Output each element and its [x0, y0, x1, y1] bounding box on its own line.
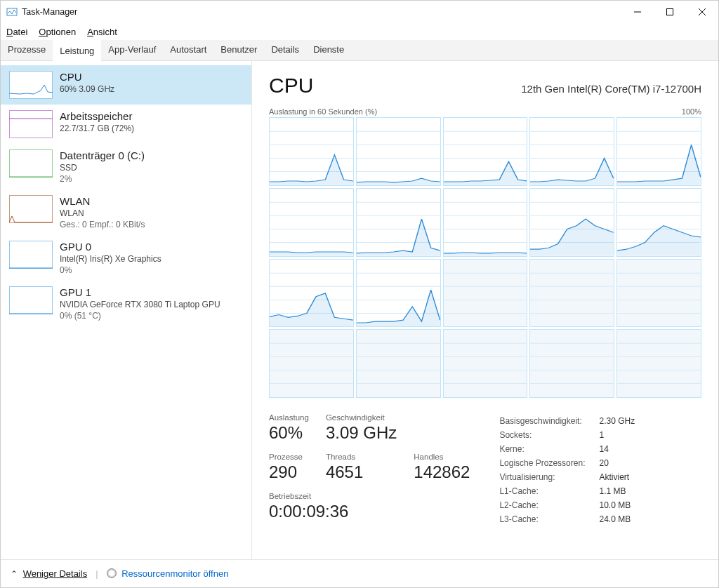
sidebar-item-title: GPU 0 [60, 241, 161, 253]
core-chart-12[interactable] [356, 259, 441, 328]
spec-row: L1-Cache:1.1 MB [499, 485, 635, 497]
cpu-core-chart-grid[interactable] [269, 117, 701, 398]
footer-bar: ⌃ Weniger Details | Ressourcenmonitor öf… [1, 559, 718, 587]
gpu1-thumb-icon [9, 286, 53, 314]
core-chart-13[interactable] [443, 259, 528, 328]
spec-row: Basisgeschwindigkeit:2.30 GHz [499, 415, 635, 427]
chart-caption-right: 100% [682, 107, 701, 116]
sidebar-item-title: GPU 1 [60, 286, 220, 298]
tab-processes[interactable]: Prozesse [1, 40, 53, 60]
core-chart-11[interactable] [269, 259, 354, 328]
tab-app-history[interactable]: App-Verlauf [101, 40, 163, 60]
svg-rect-2 [667, 8, 673, 15]
sidebar-item-title: Datenträger 0 (C:) [60, 149, 145, 161]
stat-handles: Handles142862 [414, 453, 470, 482]
core-chart-15[interactable] [616, 259, 701, 328]
core-chart-6[interactable] [269, 188, 354, 257]
gpu0-thumb-icon [9, 241, 53, 269]
performance-sidebar[interactable]: CPU60% 3.09 GHzArbeitsspeicher22.7/31.7 … [1, 61, 252, 559]
page-title: CPU [269, 74, 313, 98]
resource-monitor-icon [107, 568, 117, 578]
sidebar-item-mem[interactable]: Arbeitsspeicher22.7/31.7 GB (72%) [1, 105, 251, 144]
close-button[interactable] [686, 1, 718, 23]
sidebar-item-subtitle: WLAN [60, 208, 145, 218]
spec-row: Virtualisierung:Aktiviert [499, 471, 635, 483]
tab-users[interactable]: Benutzer [213, 40, 264, 60]
disk-thumb-icon [9, 149, 53, 178]
svg-rect-10 [10, 196, 53, 223]
sidebar-item-subtitle2: 0% (51 °C) [60, 311, 220, 321]
sidebar-item-subtitle: NVIDIA GeForce RTX 3080 Ti Laptop GPU [60, 300, 220, 309]
tab-services[interactable]: Dienste [306, 40, 351, 60]
stat-auslastung: Auslastung60% [269, 413, 309, 443]
tab-startup[interactable]: Autostart [163, 40, 213, 60]
spec-row: L2-Cache:10.0 MB [499, 499, 635, 512]
sidebar-item-title: CPU [60, 71, 114, 83]
sidebar-item-subtitle: 60% 3.09 GHz [60, 84, 114, 94]
stat-threads: Threads4651 [326, 453, 397, 482]
core-chart-9[interactable] [529, 188, 614, 257]
tab-details[interactable]: Details [264, 40, 306, 60]
core-chart-5[interactable] [616, 117, 701, 186]
core-chart-4[interactable] [529, 117, 614, 186]
sidebar-item-subtitle2: Ges.: 0 Empf.: 0 KBit/s [60, 220, 145, 229]
core-chart-16[interactable] [269, 329, 354, 398]
cpu-detail-pane: CPU 12th Gen Intel(R) Core(TM) i7-12700H… [252, 61, 718, 559]
sidebar-item-subtitle2: 0% [60, 265, 161, 275]
sidebar-item-disk[interactable]: Datenträger 0 (C:)SSD2% [1, 144, 251, 189]
titlebar[interactable]: Task-Manager [1, 1, 718, 23]
menu-options[interactable]: Optionen [39, 27, 76, 37]
tab-strip: Prozesse Leistung App-Verlauf Autostart … [1, 40, 718, 61]
window-title: Task-Manager [22, 7, 77, 17]
mem-thumb-icon [9, 110, 53, 138]
chevron-up-icon: ⌃ [11, 569, 18, 579]
cpu-model-label: 12th Gen Intel(R) Core(TM) i7-12700H [521, 83, 701, 95]
core-chart-7[interactable] [356, 188, 441, 257]
stat-prozesse: Prozesse290 [269, 453, 309, 482]
core-chart-3[interactable] [443, 117, 528, 186]
sidebar-item-gpu0[interactable]: GPU 0Intel(R) Iris(R) Xe Graphics0% [1, 235, 251, 281]
open-resource-monitor-link[interactable]: Ressourcenmonitor öffnen [107, 568, 229, 579]
chart-caption-left: Auslastung in 60 Sekunden (%) [269, 107, 377, 116]
content-area: CPU60% 3.09 GHzArbeitsspeicher22.7/31.7 … [1, 61, 718, 559]
svg-rect-6 [10, 111, 53, 138]
cpu-spec-table: Basisgeschwindigkeit:2.30 GHzSockets:1Ke… [498, 413, 636, 527]
task-manager-window: Task-Manager Datei Optionen Ansicht Proz… [0, 0, 719, 588]
sidebar-item-cpu[interactable]: CPU60% 3.09 GHz [1, 65, 251, 105]
core-chart-14[interactable] [529, 259, 614, 328]
core-chart-2[interactable] [356, 117, 441, 186]
maximize-button[interactable] [654, 1, 686, 23]
wlan-thumb-icon [9, 195, 53, 223]
fewer-details-toggle[interactable]: ⌃ Weniger Details [11, 568, 87, 579]
menubar: Datei Optionen Ansicht [1, 23, 718, 40]
window-controls [621, 1, 718, 23]
stat-geschwindigkeit: Geschwindigkeit3.09 GHz [326, 413, 397, 443]
core-chart-10[interactable] [616, 188, 701, 257]
sidebar-item-subtitle: Intel(R) Iris(R) Xe Graphics [60, 254, 161, 264]
svg-rect-13 [10, 287, 53, 314]
spec-row: L3-Cache:24.0 MB [499, 513, 635, 526]
cpu-thumb-icon [9, 71, 53, 99]
menu-view[interactable]: Ansicht [87, 27, 117, 37]
core-chart-17[interactable] [356, 329, 441, 398]
app-icon [6, 6, 18, 18]
core-chart-8[interactable] [443, 188, 528, 257]
sidebar-item-subtitle2: 2% [60, 174, 145, 184]
tab-performance[interactable]: Leistung [53, 40, 101, 61]
sidebar-item-wlan[interactable]: WLANWLANGes.: 0 Empf.: 0 KBit/s [1, 189, 251, 235]
svg-rect-5 [10, 72, 53, 99]
spec-row: Logische Prozessoren:20 [499, 457, 635, 469]
minimize-button[interactable] [621, 1, 654, 23]
sidebar-item-subtitle: SSD [60, 163, 145, 173]
cpu-stats: Auslastung60%Geschwindigkeit3.09 GHzProz… [269, 413, 701, 527]
sidebar-item-gpu1[interactable]: GPU 1NVIDIA GeForce RTX 3080 Ti Laptop G… [1, 281, 251, 326]
core-chart-20[interactable] [616, 329, 701, 398]
core-chart-1[interactable] [269, 117, 354, 186]
svg-rect-11 [10, 241, 53, 269]
core-chart-19[interactable] [529, 329, 614, 398]
sidebar-item-title: Arbeitsspeicher [60, 110, 134, 122]
core-chart-18[interactable] [443, 329, 528, 398]
spec-row: Sockets:1 [499, 429, 635, 441]
sidebar-item-subtitle: 22.7/31.7 GB (72%) [60, 123, 134, 133]
menu-file[interactable]: Datei [6, 27, 27, 37]
